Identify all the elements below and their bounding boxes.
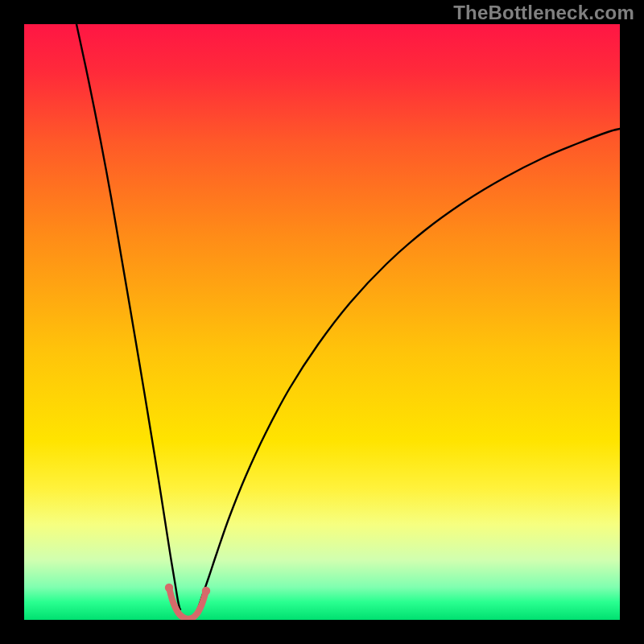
watermark-text: TheBottleneck.com (453, 2, 634, 24)
curve-valley-marker-endpoint (202, 587, 210, 595)
chart-frame: TheBottleneck.com (0, 0, 644, 644)
curve-valley-marker-endpoint (165, 584, 173, 592)
heatmap-background (24, 24, 620, 620)
plot-svg (24, 24, 620, 620)
plot-area (24, 24, 620, 620)
